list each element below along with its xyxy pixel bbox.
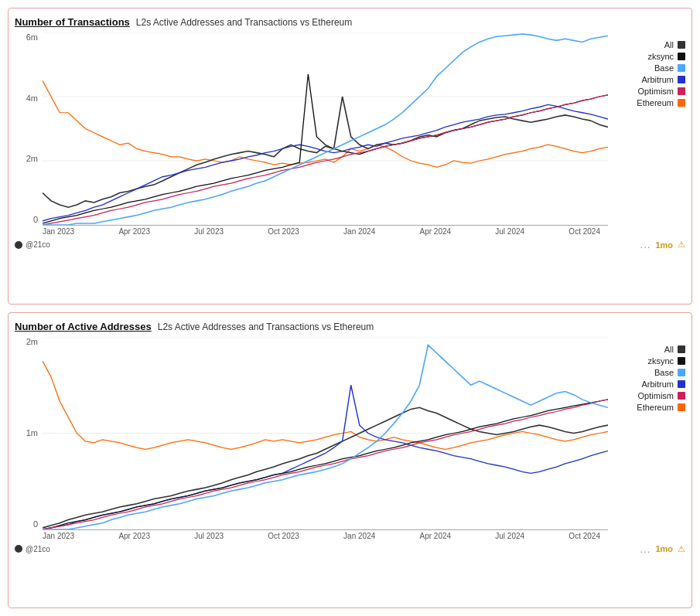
chart1-title-main: Number of Transactions (15, 16, 130, 28)
chart1-x2: Jul 2023 (194, 227, 224, 236)
chart1-x4: Jan 2024 (343, 227, 375, 236)
chart2-dots-menu[interactable]: ... (640, 543, 651, 555)
chart2-footer-right: ... 1mo ⚠ (640, 543, 685, 555)
legend-dot-base (678, 64, 685, 72)
chart2-yaxis: 2m 1m 0 (15, 337, 43, 530)
chart1-y2: 4m (15, 94, 38, 103)
legend2-item-ethereum: Ethereum (614, 403, 685, 412)
chart1-footer-left: @21co (15, 240, 50, 249)
legend2-label-all: All (664, 345, 674, 354)
legend-dot-ethereum (678, 99, 685, 107)
legend-item-ethereum: Ethereum (614, 98, 685, 107)
chart1-x0: Jan 2023 (43, 227, 74, 236)
chart2-x3: Oct 2023 (268, 532, 299, 540)
legend-label-ethereum: Ethereum (637, 98, 674, 107)
chart2-badge: 1mo (655, 544, 673, 553)
legend2-label-zksync: zksync (647, 356, 674, 366)
chart1-attribution: @21co (26, 240, 50, 249)
legend2-item-base: Base (614, 368, 685, 377)
chart2-x4: Jan 2024 (343, 532, 375, 540)
legend-dot-arbitrum (678, 76, 685, 83)
legend-label-optimism: Optimism (638, 87, 674, 96)
chart2-legend: All zksync Base Arbitrum Optimism Ethere… (608, 337, 685, 530)
legend2-label-optimism: Optimism (638, 391, 674, 400)
chart2-x5: Apr 2024 (419, 532, 451, 540)
chart2-x7: Oct 2024 (569, 532, 600, 540)
legend-item-zksync: zksync (614, 52, 685, 61)
chart2-attribution: @21co (26, 545, 50, 553)
chart1-plot (43, 32, 608, 226)
chart1-x5: Apr 2024 (419, 227, 451, 236)
chart1-title-row: Number of Transactions L2s Active Addres… (15, 16, 685, 28)
legend2-dot-all (678, 345, 685, 353)
chart1-dots-menu[interactable]: ... (640, 239, 651, 250)
legend-dot-zksync (678, 53, 685, 60)
chart2-x1: Apr 2023 (118, 532, 150, 540)
chart2-title-row: Number of Active Addresses L2s Active Ad… (15, 321, 685, 332)
chart2-xaxis: Jan 2023 Apr 2023 Jul 2023 Oct 2023 Jan … (15, 532, 685, 540)
legend2-label-ethereum: Ethereum (637, 403, 674, 412)
chart1-warn-icon: ⚠ (678, 240, 685, 250)
chart1-y3: 6m (15, 32, 38, 42)
legend2-dot-ethereum (678, 403, 685, 411)
chart2-y1: 1m (15, 428, 38, 437)
chart2-x0: Jan 2023 (43, 532, 74, 540)
legend-item-all: All (614, 40, 685, 49)
chart1-footer: @21co ... 1mo ⚠ (15, 239, 685, 250)
chart-addresses: Number of Active Addresses L2s Active Ad… (8, 312, 692, 609)
legend2-item-all: All (614, 345, 685, 354)
chart1-xaxis: Jan 2023 Apr 2023 Jul 2023 Oct 2023 Jan … (15, 227, 685, 236)
chart1-yaxis: 6m 4m 2m 0 (15, 32, 43, 226)
chart1-legend: All zksync Base Arbitrum Optimism Ethere… (608, 32, 685, 226)
chart2-plot (43, 337, 608, 530)
legend-label-arbitrum: Arbitrum (641, 75, 674, 84)
chart1-area: 6m 4m 2m 0 (15, 32, 685, 226)
chart1-x1: Apr 2023 (118, 227, 150, 236)
legend2-label-arbitrum: Arbitrum (641, 379, 674, 389)
legend-item-arbitrum: Arbitrum (614, 75, 685, 84)
legend-item-optimism: Optimism (614, 87, 685, 96)
legend2-item-zksync: zksync (614, 356, 685, 366)
legend-label-base: Base (654, 63, 674, 73)
legend2-dot-base (678, 369, 685, 376)
chart1-y1: 2m (15, 154, 38, 163)
chart2-area: 2m 1m 0 (15, 337, 685, 530)
legend2-label-base: Base (654, 368, 674, 377)
chart2-brand-dot (15, 545, 22, 553)
chart1-svg (43, 32, 608, 225)
chart2-svg (43, 337, 608, 529)
chart1-x7: Oct 2024 (569, 227, 600, 236)
chart2-warn-icon: ⚠ (678, 544, 685, 554)
legend-dot-optimism (678, 87, 685, 95)
legend2-dot-arbitrum (678, 380, 685, 388)
legend2-item-optimism: Optimism (614, 391, 685, 400)
legend-label-all: All (664, 40, 674, 49)
chart2-footer-left: @21co (15, 545, 50, 553)
chart1-x3: Oct 2023 (268, 227, 299, 236)
chart1-footer-right: ... 1mo ⚠ (640, 239, 685, 250)
chart2-title-sub: L2s Active Addresses and Transactions vs… (158, 322, 374, 332)
chart2-footer: @21co ... 1mo ⚠ (15, 543, 685, 555)
chart1-x6: Jul 2024 (495, 227, 524, 236)
chart2-y0: 0 (15, 519, 38, 529)
chart1-title-sub: L2s Active Addresses and Transactions vs… (136, 17, 352, 28)
chart1-badge: 1mo (655, 240, 673, 250)
legend-dot-all (678, 41, 685, 49)
chart1-y0: 0 (15, 215, 38, 224)
chart1-brand-dot (15, 241, 22, 249)
chart-transactions: Number of Transactions L2s Active Addres… (8, 8, 692, 305)
legend-item-base: Base (614, 63, 685, 73)
legend-label-zksync: zksync (647, 52, 674, 61)
chart2-y2: 2m (15, 337, 38, 346)
legend2-dot-zksync (678, 357, 685, 365)
chart2-title-main: Number of Active Addresses (15, 321, 152, 332)
chart2-x2: Jul 2023 (194, 532, 224, 540)
legend2-item-arbitrum: Arbitrum (614, 379, 685, 389)
legend2-dot-optimism (678, 392, 685, 400)
chart2-x6: Jul 2024 (495, 532, 524, 540)
